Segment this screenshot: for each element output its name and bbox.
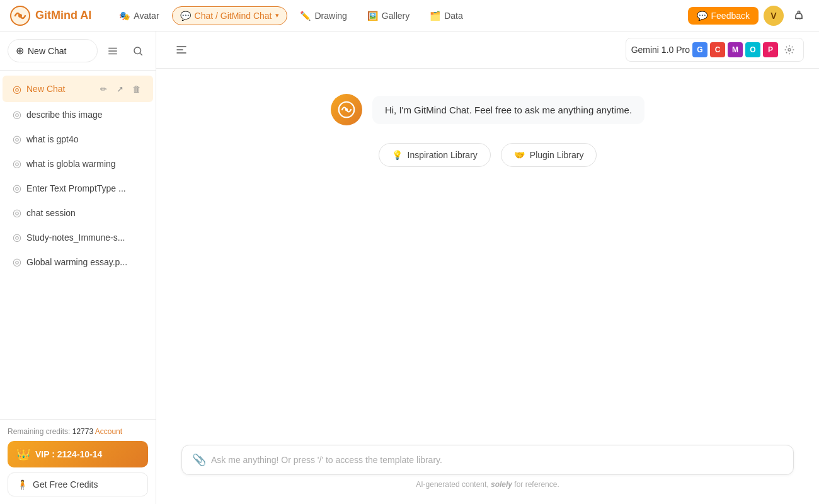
- chat-bubble-icon: ◎: [13, 83, 21, 95]
- feedback-icon: 💬: [697, 11, 707, 21]
- svg-point-1: [18, 14, 22, 18]
- sidebar-item-gpt4o[interactable]: ◎ what is gpt4o: [3, 127, 153, 151]
- attachment-icon[interactable]: 📎: [192, 453, 206, 467]
- plugin-label: Plugin Library: [530, 150, 584, 160]
- sidebar-item-label-5: Enter Text PromptType ...: [26, 183, 143, 193]
- plus-icon: ⊕: [16, 45, 24, 57]
- chat-bubble-icon-5: ◎: [13, 182, 21, 194]
- plugin-icon: 🤝: [514, 150, 525, 160]
- welcome-section: Hi, I'm GitMind Chat. Feel free to ask m…: [267, 94, 708, 167]
- chat-bubble-icon-2: ◎: [13, 108, 21, 120]
- svg-line-9: [140, 53, 142, 55]
- chat-header-left: [171, 40, 192, 60]
- model-settings-button[interactable]: [781, 41, 798, 59]
- chat-input[interactable]: [211, 455, 783, 465]
- new-chat-label: New Chat: [28, 46, 66, 56]
- edit-icon[interactable]: ✏: [96, 82, 110, 96]
- sidebar-item-label-2: describe this image: [26, 110, 143, 120]
- crown-icon: 👑: [16, 447, 30, 461]
- user-avatar[interactable]: V: [764, 6, 784, 26]
- plugin-library-button[interactable]: 🤝 Plugin Library: [501, 143, 597, 167]
- inspiration-label: Inspiration Library: [408, 150, 478, 160]
- chat-bubble-icon-7: ◎: [13, 231, 21, 243]
- sidebar-item-new-chat[interactable]: ◎ New Chat ✏ ↗ 🗑: [3, 76, 153, 102]
- avatar-icon: 🎭: [119, 11, 130, 21]
- chat-item-actions: ✏ ↗ 🗑: [96, 82, 143, 96]
- chat-list-icon[interactable]: [103, 41, 123, 61]
- share-icon[interactable]: ↗: [113, 82, 127, 96]
- free-credits-button[interactable]: 🧍 Get Free Credits: [8, 472, 148, 496]
- sidebar-top: ⊕ New Chat: [0, 32, 156, 71]
- drawing-icon: ✏️: [300, 11, 311, 21]
- chat-bubble-icon-3: ◎: [13, 133, 21, 145]
- nav-chat[interactable]: 💬 Chat / GitMind Chat ▾: [172, 6, 288, 25]
- search-icon[interactable]: [128, 41, 148, 61]
- greeting-text: Hi, I'm GitMind Chat. Feel free to ask m…: [385, 105, 632, 115]
- logo-text: GitMind AI: [35, 9, 91, 22]
- model-selector[interactable]: Gemini 1.0 Pro G C M O P: [626, 38, 804, 62]
- bot-avatar: [331, 94, 362, 125]
- chat-bubble-icon-4: ◎: [13, 158, 21, 169]
- bot-greeting: Hi, I'm GitMind Chat. Feel free to ask m…: [331, 94, 644, 125]
- bulb-icon: 💡: [392, 150, 403, 160]
- model-icon-blue: G: [692, 42, 707, 57]
- sidebar-item-label-6: chat session: [26, 208, 143, 218]
- credits-text: Remaining credits: 12773 Account: [8, 427, 148, 436]
- library-buttons: 💡 Inspiration Library 🤝 Plugin Library: [379, 143, 597, 167]
- logo-icon: [10, 6, 30, 26]
- svg-point-15: [345, 108, 348, 111]
- nav-avatar-label: Avatar: [134, 11, 159, 21]
- notifications-icon[interactable]: [789, 6, 809, 26]
- greeting-bubble: Hi, I'm GitMind Chat. Feel free to ask m…: [372, 96, 644, 124]
- chat-icon: 💬: [180, 11, 191, 21]
- chat-input-area: 📎 AI-generated content, solely for refer…: [156, 435, 819, 504]
- new-chat-button[interactable]: ⊕ New Chat: [8, 39, 98, 62]
- account-link[interactable]: Account: [95, 427, 122, 436]
- sidebar-item-global-essay[interactable]: ◎ Global warming essay.p...: [3, 249, 153, 274]
- nav-drawing[interactable]: ✏️ Drawing: [292, 7, 354, 25]
- feedback-button[interactable]: 💬 Feedback: [688, 7, 759, 25]
- footer-disclaimer: AI-generated content, solely for referen…: [181, 480, 794, 489]
- person-icon: 🧍: [17, 479, 28, 490]
- collapse-sidebar-button[interactable]: [171, 40, 192, 60]
- delete-icon[interactable]: 🗑: [129, 82, 143, 96]
- nav-drawing-label: Drawing: [314, 11, 346, 21]
- logo-area[interactable]: GitMind AI: [10, 6, 91, 26]
- svg-point-13: [788, 49, 791, 51]
- sidebar-item-label-7: Study-notes_Immune-s...: [26, 232, 143, 243]
- top-nav: GitMind AI 🎭 Avatar 💬 Chat / GitMind Cha…: [0, 0, 819, 32]
- model-name-label: Gemini 1.0 Pro: [631, 45, 690, 55]
- user-initial: V: [770, 11, 776, 21]
- sidebar-item-label-8: Global warming essay.p...: [26, 257, 143, 267]
- chat-header: Gemini 1.0 Pro G C M O P: [156, 32, 819, 69]
- chevron-down-icon: ▾: [275, 11, 279, 20]
- data-icon: 🗂️: [430, 11, 440, 21]
- feedback-label: Feedback: [711, 11, 750, 21]
- vip-label: VIP : 2124-10-14: [35, 449, 102, 459]
- sidebar-item-global-warming[interactable]: ◎ what is globla warming: [3, 151, 153, 176]
- sidebar-item-describe-image[interactable]: ◎ describe this image: [3, 102, 153, 127]
- sidebar-item-study-notes[interactable]: ◎ Study-notes_Immune-s...: [3, 225, 153, 249]
- sidebar-bottom: Remaining credits: 12773 Account 👑 VIP :…: [0, 419, 156, 504]
- model-icon-red: C: [710, 42, 725, 57]
- nav-gallery-label: Gallery: [382, 11, 410, 21]
- sidebar-item-label-4: what is globla warming: [26, 159, 143, 169]
- sidebar-item-label-3: what is gpt4o: [26, 134, 143, 144]
- vip-button[interactable]: 👑 VIP : 2124-10-14: [8, 441, 148, 467]
- chat-bubble-icon-6: ◎: [13, 207, 21, 219]
- inspiration-library-button[interactable]: 💡 Inspiration Library: [379, 143, 491, 167]
- nav-avatar[interactable]: 🎭 Avatar: [112, 7, 166, 25]
- sidebar-item-label: New Chat: [26, 84, 91, 94]
- sidebar-item-enter-text[interactable]: ◎ Enter Text PromptType ...: [3, 176, 153, 200]
- nav-chat-label: Chat / GitMind Chat: [195, 11, 272, 21]
- nav-data-label: Data: [444, 11, 463, 21]
- gallery-icon: 🖼️: [367, 11, 378, 21]
- chat-bubble-icon-8: ◎: [13, 256, 21, 268]
- chat-messages: Hi, I'm GitMind Chat. Feel free to ask m…: [156, 69, 819, 435]
- nav-data[interactable]: 🗂️ Data: [422, 7, 471, 25]
- sidebar-item-chat-session[interactable]: ◎ chat session: [3, 200, 153, 225]
- nav-gallery[interactable]: 🖼️ Gallery: [360, 7, 417, 25]
- svg-point-8: [134, 47, 141, 54]
- sidebar-chat-list: ◎ New Chat ✏ ↗ 🗑 ◎ describe this image ◎…: [0, 71, 156, 419]
- sidebar: ⊕ New Chat ◎ New Chat ✏ ↗: [0, 32, 156, 504]
